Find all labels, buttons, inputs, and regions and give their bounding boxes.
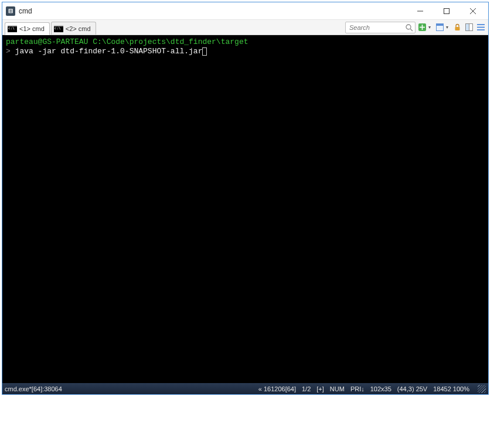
close-button[interactable]	[459, 3, 486, 19]
search-icon[interactable]	[406, 23, 413, 34]
statusbar: cmd.exe*[64]:38064 « 161206[64] 1/2 [+] …	[2, 383, 488, 394]
prompt-symbol: >	[6, 47, 15, 56]
toolbar-right: ▾ ▾	[345, 22, 486, 33]
status-modified: [+]	[316, 385, 324, 392]
search-input[interactable]	[345, 22, 416, 33]
status-process: cmd.exe*[64]:38064	[5, 385, 62, 392]
resize-grip[interactable]	[478, 385, 486, 393]
prompt-user: parteau@GS-PARTEAU	[6, 37, 93, 46]
svg-point-4	[406, 25, 411, 29]
window-controls	[407, 3, 486, 19]
toolbar: <1> cmd <2> cmd ▾ ▾	[2, 20, 488, 35]
window: ⊟ cmd <1> cmd <2> cmd	[2, 2, 489, 395]
tab-bar: <1> cmd <2> cmd	[5, 20, 344, 35]
status-pri: PRI↓	[350, 385, 365, 392]
command-text: java -jar dtd-finder-1.0-SNAPSHOT-all.ja…	[15, 47, 203, 56]
cursor	[202, 47, 207, 56]
search-wrap	[345, 22, 416, 33]
svg-line-5	[410, 29, 413, 31]
status-chars: « 161206[64]	[258, 385, 296, 392]
tab-2[interactable]: <2> cmd	[51, 22, 96, 35]
prompt-path: C:\Code\projects\dtd_finder\target	[93, 37, 248, 46]
tab-label: <2> cmd	[66, 25, 91, 32]
status-page: 1/2	[302, 385, 311, 392]
chevron-down-icon[interactable]: ▾	[446, 25, 451, 30]
tab-1[interactable]: <1> cmd	[5, 22, 50, 35]
maximize-button[interactable]	[433, 3, 459, 19]
chevron-down-icon[interactable]: ▾	[428, 25, 433, 30]
new-button[interactable]	[417, 22, 427, 33]
lock-icon[interactable]	[452, 22, 462, 33]
cmd-icon	[8, 25, 17, 32]
status-scroll: 18452 100%	[433, 385, 469, 392]
svg-rect-1	[444, 8, 449, 13]
panel-button[interactable]	[434, 22, 445, 33]
minimize-button[interactable]	[407, 3, 433, 19]
status-num: NUM	[330, 385, 345, 392]
status-cursor: (44,3) 25V	[397, 385, 427, 392]
status-size: 102x35	[370, 385, 391, 392]
cmd-icon	[54, 25, 63, 32]
split-view-icon[interactable]	[464, 22, 474, 33]
svg-rect-10	[436, 24, 443, 26]
menu-icon[interactable]	[475, 22, 486, 33]
titlebar[interactable]: ⊟ cmd	[2, 2, 488, 20]
window-title: cmd	[19, 7, 407, 15]
svg-rect-11	[455, 27, 459, 30]
terminal-area[interactable]: parteau@GS-PARTEAU C:\Code\projects\dtd_…	[2, 35, 488, 383]
app-icon: ⊟	[6, 6, 15, 16]
tab-label: <1> cmd	[19, 25, 45, 32]
svg-rect-14	[465, 24, 469, 31]
